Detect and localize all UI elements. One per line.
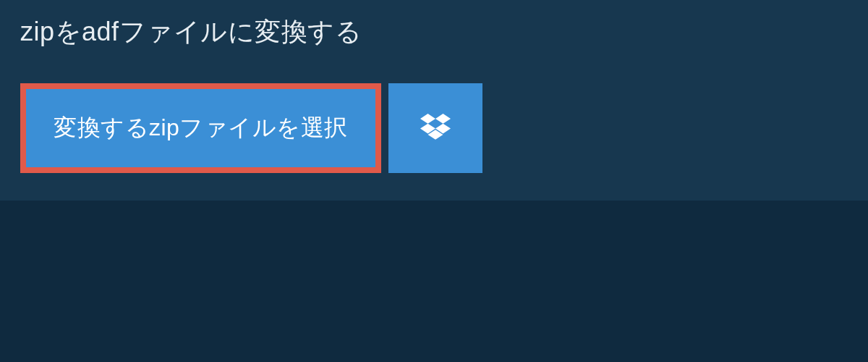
- converter-panel: zipをadfファイルに変換する 変換するzipファイルを選択: [0, 0, 868, 201]
- dropbox-icon: [420, 114, 451, 143]
- dropbox-button[interactable]: [388, 83, 482, 173]
- button-row: 変換するzipファイルを選択: [0, 63, 868, 201]
- select-file-button-label: 変換するzipファイルを選択: [54, 112, 348, 144]
- select-file-button[interactable]: 変換するzipファイルを選択: [20, 83, 381, 173]
- page-title: zipをadfファイルに変換する: [20, 14, 362, 50]
- heading-bar: zipをadfファイルに変換する: [0, 0, 382, 63]
